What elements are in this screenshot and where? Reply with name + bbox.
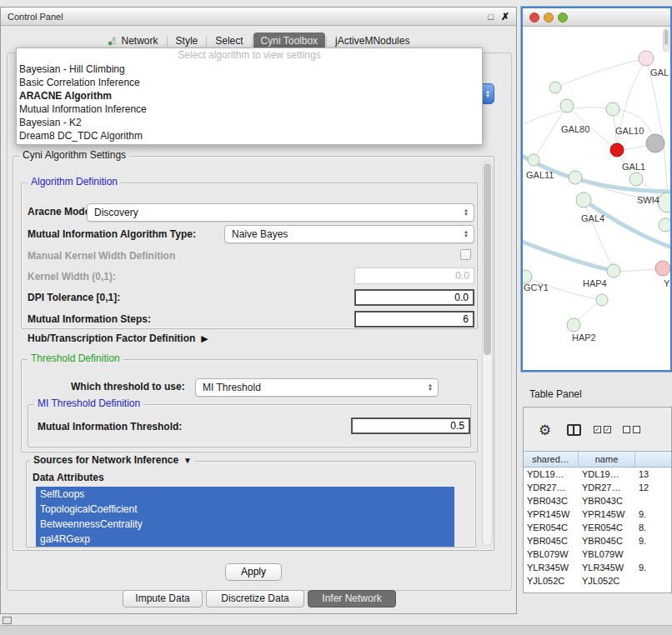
node-label: Y [664, 278, 670, 288]
cell-shared-name: YLR345W [524, 561, 579, 574]
tab-select[interactable]: Select [208, 32, 250, 49]
attribute-item-gal4rgexp[interactable]: gal4RGexp [36, 532, 454, 547]
algorithm-dropdown-menu: Select algorithm to view settings Bayesi… [16, 48, 483, 145]
table-row[interactable]: YJL052C YJL052C [524, 574, 671, 588]
manual-kernel-checkbox[interactable] [460, 249, 471, 260]
table-toolbar: ⚙ ✓ ✓ [524, 408, 671, 451]
combo-value: Discovery [94, 207, 138, 218]
gear-icon[interactable]: ⚙ [539, 422, 551, 439]
tab-cyni-toolbox[interactable]: Cyni Toolbox [253, 32, 325, 49]
kernel-width-input[interactable] [354, 268, 474, 284]
network-window-titlebar[interactable] [523, 8, 670, 27]
cell-value [635, 574, 671, 588]
settings-scrollbar-thumb[interactable] [484, 163, 491, 355]
network-node[interactable] [569, 171, 582, 184]
network-node[interactable] [528, 154, 539, 166]
table-row[interactable]: YLR345W YLR345W 9. [524, 561, 671, 574]
mi-steps-input[interactable] [354, 311, 474, 328]
cell-shared-name: YDL19… [524, 468, 579, 481]
dpi-tolerance-input[interactable] [354, 289, 474, 306]
network-node[interactable] [607, 264, 620, 278]
network-node[interactable] [629, 172, 643, 186]
tab-label: Network [122, 35, 158, 47]
table-body: YDL19… YDL19… 13 YDR27… YDR27… 12 YBR043… [524, 468, 671, 592]
table-row[interactable]: YBR045C YBR045C 9. [524, 534, 671, 548]
table-row[interactable]: YER054C YER054C 8. [524, 521, 671, 534]
apply-button[interactable]: Apply [225, 563, 282, 581]
tab-style[interactable]: Style [168, 32, 206, 49]
network-node[interactable] [606, 102, 619, 116]
column-layout-icon[interactable] [567, 424, 581, 436]
group-title: Cyni Algorithm Settings [19, 149, 129, 161]
tab-network[interactable]: Network [100, 32, 166, 49]
table-row[interactable]: YDL19… YDL19… 13 [524, 468, 671, 481]
table-row[interactable]: YBL079W YBL079W [524, 548, 671, 561]
menu-item-dream8[interactable]: Dream8 DC_TDC Algorithm [17, 129, 482, 142]
manual-kernel-label: Manual Kernel Width Definition [28, 250, 175, 262]
network-node[interactable] [610, 143, 624, 157]
menu-item-bayesian-hill-climbing[interactable]: Bayesian - Hill Climbing [17, 62, 482, 76]
network-node[interactable] [549, 82, 561, 93]
menu-item-aracne[interactable]: ARACNE Algorithm [17, 89, 482, 102]
aracne-mode-combobox[interactable]: Discovery ▲▼ [87, 203, 474, 222]
cell-value: 8. [635, 521, 671, 534]
network-node[interactable] [646, 134, 664, 152]
collapsed-arrow-icon: ▶ [201, 333, 208, 344]
attribute-item-topologicalcoefficient[interactable]: TopologicalCoefficient [36, 502, 454, 517]
zoom-traffic-light-icon[interactable] [559, 12, 568, 22]
unchecked-box-icon [633, 426, 640, 433]
network-node[interactable] [639, 51, 654, 66]
menu-item-basic-correlation[interactable]: Basic Correlation Inference [17, 76, 482, 89]
cell-value: 9. [635, 561, 671, 574]
canvas-scrollbar[interactable] [663, 28, 669, 52]
column-header-extra[interactable] [635, 452, 671, 467]
checked-box-icon: ✓ [594, 426, 601, 433]
which-threshold-combobox[interactable]: MI Threshold ▲▼ [195, 378, 439, 397]
table-row[interactable]: YDR27… YDR27… 12 [524, 481, 671, 494]
mi-type-combobox[interactable]: Naive Bayes ▲▼ [224, 225, 474, 243]
settings-scrollbar[interactable] [482, 161, 493, 546]
hub-definition-section[interactable]: Hub/Transcription Factor Definition ▶ [28, 332, 208, 344]
tab-jactivemnodules[interactable]: jActiveMNodules [328, 32, 417, 49]
mi-threshold-input[interactable] [351, 418, 470, 434]
network-node[interactable] [560, 99, 574, 112]
panel-grip-icon[interactable] [3, 617, 12, 624]
table-row[interactable]: YPR145W YPR145W 9. [524, 508, 671, 521]
column-header-name[interactable]: name [579, 452, 635, 467]
network-edge [617, 58, 646, 150]
cell-shared-name: YDR27… [524, 481, 579, 494]
tab-infer-network[interactable]: Infer Network [308, 590, 396, 608]
canvas-scrollbar-thumb[interactable] [664, 30, 668, 45]
network-node[interactable] [655, 261, 670, 276]
unchecked-columns-icon[interactable] [623, 426, 640, 433]
cell-name: YBL079W [579, 548, 635, 561]
tab-discretize-data[interactable]: Discretize Data [206, 590, 304, 608]
close-traffic-light-icon[interactable] [530, 12, 539, 22]
network-node[interactable] [596, 294, 608, 306]
tab-separator [206, 36, 207, 47]
dpi-tolerance-label: DPI Tolerance [0,1]: [28, 292, 120, 303]
network-node[interactable] [523, 270, 532, 283]
tab-impute-data[interactable]: Impute Data [123, 590, 203, 608]
network-node[interactable] [576, 192, 591, 208]
column-header-shared-name[interactable]: shared… [524, 452, 579, 467]
attribute-item-selfloops[interactable]: SelfLoops [36, 487, 454, 502]
node-label: GAL1 [622, 162, 645, 172]
control-panel-titlebar[interactable]: Control Panel □ ✗ [1, 8, 516, 26]
tab-label: Cyni Toolbox [261, 35, 318, 47]
checked-columns-icon[interactable]: ✓ ✓ [594, 426, 611, 433]
attribute-item-betweennesscentrality[interactable]: BetweennessCentrality [36, 517, 454, 532]
network-node[interactable] [659, 218, 670, 232]
network-edge-highlighted [523, 240, 614, 271]
network-node[interactable] [567, 318, 580, 332]
cell-shared-name: YPR145W [524, 508, 579, 521]
float-window-icon[interactable]: □ [488, 12, 494, 22]
algorithm-combo-spinner[interactable]: ▲ ▼ [481, 83, 494, 104]
cell-shared-name: YBR043C [524, 494, 579, 508]
table-row[interactable]: YBR043C YBR043C [524, 494, 671, 508]
menu-item-bayesian-k2[interactable]: Bayesian - K2 [17, 116, 482, 129]
menu-item-mutual-information[interactable]: Mutual Information Inference [17, 102, 482, 116]
sources-section-header[interactable]: Sources for Network Inference ▼ [30, 454, 195, 466]
close-window-icon[interactable]: ✗ [501, 11, 509, 22]
minimize-traffic-light-icon[interactable] [544, 12, 554, 22]
